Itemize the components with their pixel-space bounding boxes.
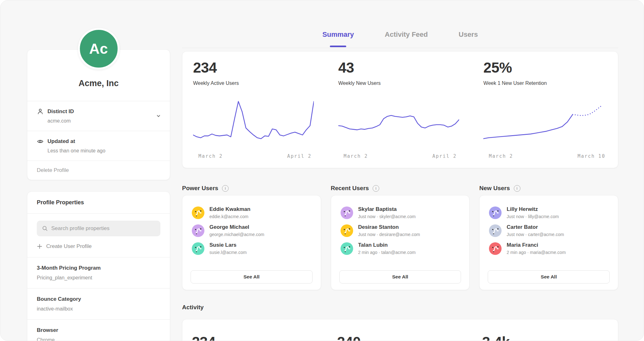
updated-at-label: Updated at — [47, 138, 75, 145]
user-meta: susie.l@acme.com — [209, 250, 247, 255]
profile-properties-card: Profile Properties Create User Profile 3… — [27, 191, 170, 341]
see-all-button[interactable]: See All — [488, 270, 610, 283]
user-row[interactable]: Skylar Baptista Just now · skyler@acme.c… — [339, 204, 461, 222]
user-meta: Just now · desirare@acme.com — [358, 232, 420, 237]
user-meta: eddie.k@acme.com — [209, 214, 250, 219]
x-tick: March 2 — [344, 153, 368, 159]
company-initials: Ac — [89, 40, 108, 57]
see-all-button[interactable]: See All — [339, 270, 461, 283]
user-avatar — [192, 224, 204, 237]
stat-label: Weekly New Users — [338, 80, 473, 86]
user-row[interactable]: Susie Lars susie.l@acme.com — [191, 239, 313, 257]
recent-users-card: Skylar Baptista Just now · skyler@acme.c… — [331, 195, 470, 290]
property-value: Pricing_plan_experiment — [37, 275, 160, 281]
stat-label: Weekly Active Users — [193, 80, 328, 86]
search-input[interactable] — [51, 225, 155, 232]
activity-stat-value: 234 — [192, 333, 328, 341]
user-meta: 2 min ago · talan@acme.com — [358, 250, 416, 255]
user-meta: george.michael@acme.com — [209, 232, 264, 237]
activity-stat: 234 — [182, 333, 328, 341]
delete-profile-button[interactable]: Delete Profile — [27, 161, 170, 180]
property-label: Bounce Category — [37, 296, 160, 302]
user-name: Skylar Baptista — [358, 206, 416, 212]
activity-card: 234 240 3.4k — [182, 319, 618, 341]
info-icon[interactable]: i — [222, 185, 229, 192]
user-name: Lilly Herwitz — [507, 206, 559, 212]
user-avatar — [192, 206, 204, 219]
stat-week1-retention: 25% Week 1 New User Retention March 2 Ma… — [473, 59, 618, 168]
user-row[interactable]: Lilly Herwitz Just now · lilly@acme.com — [488, 204, 610, 222]
user-row[interactable]: Talan Lubin 2 min ago · talan@acme.com — [339, 239, 461, 257]
tab-users[interactable]: Users — [458, 28, 479, 46]
plus-icon — [37, 244, 42, 249]
divider — [27, 213, 170, 214]
company-avatar: Ac — [78, 28, 119, 69]
create-user-profile-label: Create User Profile — [46, 243, 92, 250]
property-value: Chrome — [37, 337, 160, 341]
stat-weekly-active-users: 234 Weekly Active Users March 2 April 2 — [182, 59, 328, 168]
activity-heading: Activity — [182, 304, 618, 311]
user-row[interactable]: George Michael george.michael@acme.com — [191, 222, 313, 239]
profile-sidebar: Ac Acme, Inc Distinct ID acme.com — [27, 28, 170, 341]
section-title: Power Users — [182, 185, 218, 192]
x-tick: March 10 — [578, 153, 605, 159]
eye-icon — [37, 138, 44, 145]
property-row[interactable]: Bounce Category inactive-mailbox — [27, 289, 170, 319]
property-value: inactive-mailbox — [37, 306, 160, 312]
recent-users-section: Recent Users i Skylar Baptista Just now … — [331, 181, 470, 290]
info-icon[interactable]: i — [373, 185, 379, 192]
user-sections: Power Users i Eddie Kwakman eddie.k@acme… — [182, 181, 618, 290]
user-row[interactable]: Carter Bator Just now · carter@acme.com — [488, 222, 610, 239]
weekly-new-users-chart — [338, 96, 459, 146]
tab-activity-feed[interactable]: Activity Feed — [384, 28, 429, 46]
user-row[interactable]: Maria Franci 2 min ago · maria@acme.com — [488, 239, 610, 257]
property-row[interactable]: 3-Month Pricing Program Pricing_plan_exp… — [27, 257, 170, 288]
profile-properties-title: Profile Properties — [27, 192, 170, 213]
create-user-profile-button[interactable]: Create User Profile — [27, 236, 170, 257]
x-tick: March 2 — [489, 153, 513, 159]
tab-bar: Summary Activity Feed Users — [182, 28, 618, 48]
stat-value: 234 — [193, 59, 328, 76]
new-users-card: Lilly Herwitz Just now · lilly@acme.com … — [479, 195, 618, 290]
chevron-down-icon[interactable] — [155, 113, 162, 119]
user-avatar — [489, 224, 502, 237]
stat-weekly-new-users: 43 Weekly New Users March 2 April 2 — [328, 59, 473, 168]
see-all-button[interactable]: See All — [191, 270, 313, 283]
user-row[interactable]: Eddie Kwakman eddie.k@acme.com — [191, 204, 313, 222]
search-profile-properties[interactable] — [37, 221, 160, 236]
user-row[interactable]: Desirae Stanton Just now · desirare@acme… — [339, 222, 461, 239]
info-icon[interactable]: i — [514, 185, 520, 192]
property-label: Browser — [37, 327, 160, 333]
x-tick: April 2 — [432, 153, 457, 159]
main-content: Summary Activity Feed Users 234 Weekly A… — [182, 28, 618, 341]
x-tick: April 2 — [287, 153, 311, 159]
activity-stat: 3.4k — [473, 333, 618, 341]
user-name: Carter Bator — [507, 224, 564, 230]
tab-summary[interactable]: Summary — [321, 28, 355, 46]
power-users-section: Power Users i Eddie Kwakman eddie.k@acme… — [182, 181, 321, 290]
updated-at-value: Less than one minute ago — [47, 148, 160, 154]
x-tick: March 2 — [198, 153, 223, 159]
company-name: Acme, Inc — [27, 79, 170, 101]
stat-value: 43 — [338, 59, 473, 76]
user-meta: Just now · lilly@acme.com — [507, 214, 559, 219]
search-icon — [42, 225, 48, 232]
user-avatar — [341, 242, 353, 255]
user-meta: 2 min ago · maria@acme.com — [507, 250, 566, 255]
user-avatar — [341, 224, 353, 237]
property-label: 3-Month Pricing Program — [37, 265, 160, 271]
property-row[interactable]: Browser Chrome — [27, 320, 170, 341]
app-frame: Ac Acme, Inc Distinct ID acme.com — [0, 0, 644, 341]
user-meta: Just now · carter@acme.com — [507, 232, 564, 237]
user-name: George Michael — [209, 224, 264, 230]
summary-stats-card: 234 Weekly Active Users March 2 April 2 … — [182, 51, 618, 168]
user-avatar — [192, 242, 204, 255]
section-title: Recent Users — [331, 185, 369, 192]
stat-label: Week 1 New User Retention — [483, 80, 618, 86]
stat-value: 25% — [483, 59, 618, 76]
distinct-id-value: acme.com — [47, 118, 160, 124]
distinct-id-row[interactable]: Distinct ID acme.com — [27, 101, 170, 131]
power-users-card: Eddie Kwakman eddie.k@acme.com George Mi… — [182, 195, 321, 290]
user-name: Desirae Stanton — [358, 224, 420, 230]
activity-stat: 240 — [328, 333, 473, 341]
